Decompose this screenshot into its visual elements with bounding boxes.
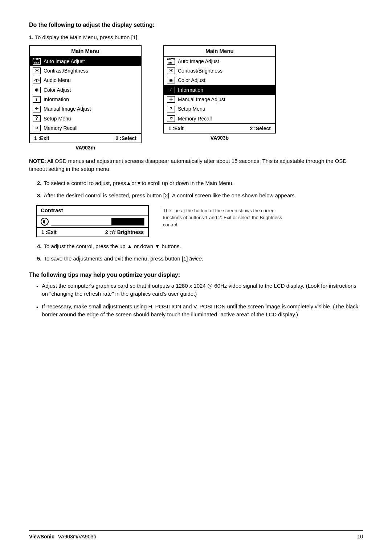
tip-2-underline: completely visible [287,303,330,309]
menu-left-label-below: VA903m [29,145,142,151]
menu-right-footer-left: 1 :Exit [168,126,184,131]
menu-left-item-5: ✛ Manual Image Adjust [30,104,141,114]
note-block: NOTE: All OSD menus and adjustment scree… [29,157,363,173]
footer-model: VA903m/VA903b [58,534,96,539]
step-2-text: To select a control to adjust, press▲or▼… [44,179,234,188]
menu-right-label-0: Auto Image Adjust [178,57,219,65]
footer-page: 10 [357,534,363,539]
step-5-text: To save the adjustments and exit the men… [44,255,203,263]
menu-right-footer-right: 2 :Select [250,126,271,131]
section-heading: Do the following to adjust the display s… [29,22,363,28]
menu-right-item-6: ↺ Memory Recall [164,114,275,123]
contrast-row: Contrast 1 :Exit 2 :☆ Brightness The lin… [36,205,363,237]
step-4-text: To adjust the control, press the up ▲ or… [44,242,181,251]
menu-left-label-7: Memory Recall [44,124,77,132]
menu-right-label-3: Information [178,86,203,94]
menu-right-item-5: ? Setup Menu [164,104,275,114]
menu-left-icon-3: ◉ [33,87,41,93]
menu-left-item-2: ◁▷ Audio Menu [30,75,141,85]
step-1-text: To display the Main Menu, press button [… [35,34,139,40]
step-3-text: After the desired control is selected, p… [44,192,296,200]
contrast-footer-right: 2 :☆ Brightness [105,229,144,235]
menu-left-icon-2: ◁▷ [33,77,41,83]
menu-right-item-1: ✶ Contrast/Brightness [164,66,275,75]
contrast-bar-row [37,216,148,227]
contrast-title: Contrast [37,206,148,216]
menu-left-icon-6: ? [33,115,41,122]
menu-right-label-2: Color Adjust [178,76,205,84]
step-1: 1. To display the Main Menu, press butto… [29,33,363,42]
menu-right: Main Menu AUTOSET Auto Image Adjust ✶ Co… [163,45,276,134]
menu-right-item-4: ✛ Manual Image Adjust [164,95,275,104]
tip-1-text: Adjust the computer's graphics card so t… [42,282,363,298]
menu-right-label-1: Contrast/Brightness [178,67,222,75]
page-footer: ViewSonic VA903m/VA903b 10 [29,530,363,539]
menu-left-item-0: AUTOSET Auto Image Adjust [30,57,141,66]
footer-brand-model: ViewSonic VA903m/VA903b [29,534,96,539]
menu-left-footer: 1 :Exit 2 :Select [30,133,141,143]
note-text: All OSD menus and adjustment screens dis… [29,158,347,172]
tip-1: • Adjust the computer's graphics card so… [36,282,363,298]
menu-right-label-below: VA903b [163,135,276,141]
contrast-footer: 1 :Exit 2 :☆ Brightness [37,227,148,237]
menu-left-label-0: Auto Image Adjust [44,57,85,65]
step-2: 2. To select a control to adjust, press▲… [37,179,363,188]
step-5: 5. To save the adjustments and exit the … [37,255,363,263]
menu-right-icon-6: ↺ [167,115,175,122]
circle-icon [41,218,49,226]
contrast-footer-left: 1 :Exit [41,229,57,235]
menu-left-label-2: Audio Menu [44,76,71,84]
step-4: 4. To adjust the control, press the up ▲… [37,242,363,251]
menu-right-label-5: Setup Menu [178,105,205,113]
tip-2-text-before: If necessary, make small adjustments usi… [42,303,287,309]
menu-left-label-3: Color Adjust [44,86,71,94]
menu-right-wrapper: Main Menu AUTOSET Auto Image Adjust ✶ Co… [163,45,276,151]
contrast-box: Contrast 1 :Exit 2 :☆ Brightness [36,205,149,237]
menu-left-label-6: Setup Menu [44,115,71,123]
menu-left-icon-4: i [33,96,41,103]
menu-right-item-3: i Information [164,85,275,95]
menu-right-icon-1: ✶ [167,67,175,74]
menu-left-label-5: Manual Image Adjust [44,105,91,113]
menu-left-item-1: ✶ Contrast/Brightness [30,66,141,75]
menu-right-icon-5: ? [167,106,175,112]
menu-left-item-4: i Information [30,95,141,104]
contrast-bar [51,218,144,226]
menu-right-label-4: Manual Image Adjust [178,95,225,103]
tip-2: • If necessary, make small adjustments u… [36,303,363,319]
step-5-italic: twice [189,255,202,262]
footer-brand: ViewSonic [29,534,54,539]
tip-2-text: If necessary, make small adjustments usi… [42,303,363,319]
menu-right-icon-3: i [167,87,175,93]
menu-left-icon-0: AUTOSET [33,58,41,65]
step-3-num: 3. [37,192,42,200]
menu-left-footer-left: 1 :Exit [34,135,49,141]
menu-left-wrapper: Main Menu AUTOSET Auto Image Adjust ✶ Co… [29,45,142,151]
menu-left-label-4: Information [44,95,69,103]
contrast-caption: The line at the bottom of the screen sho… [160,206,283,229]
menu-right-title: Main Menu [164,46,275,57]
step-1-num: 1. [29,34,34,40]
menu-right-item-0: AUTOSET Auto Image Adjust [164,57,275,66]
tip-1-bullet: • [36,283,38,291]
menu-right-icon-4: ✛ [167,96,175,103]
menu-right-icon-0: AUTOSET [167,58,175,65]
step-2-num: 2. [37,179,42,188]
menu-left-label-1: Contrast/Brightness [44,67,88,75]
step-4-num: 4. [37,242,42,251]
menu-left-item-6: ? Setup Menu [30,114,141,123]
menu-right-item-2: ◉ Color Adjust [164,75,275,85]
menu-left: Main Menu AUTOSET Auto Image Adjust ✶ Co… [29,45,142,143]
step-3: 3. After the desired control is selected… [37,192,363,200]
menu-right-icon-2: ◉ [167,77,175,83]
tip-2-bullet: • [36,303,38,312]
menu-left-item-3: ◉ Color Adjust [30,85,141,95]
step-5-text-after: . [202,255,203,262]
menu-left-title: Main Menu [30,46,141,57]
menu-left-icon-5: ✛ [33,106,41,112]
step-5-num: 5. [37,255,42,263]
menu-left-icon-7: ↺ [33,125,41,131]
menu-right-label-6: Memory Recall [178,115,212,123]
menu-left-icon-1: ✶ [33,67,41,74]
step-5-text-before: To save the adjustments and exit the men… [44,255,189,262]
